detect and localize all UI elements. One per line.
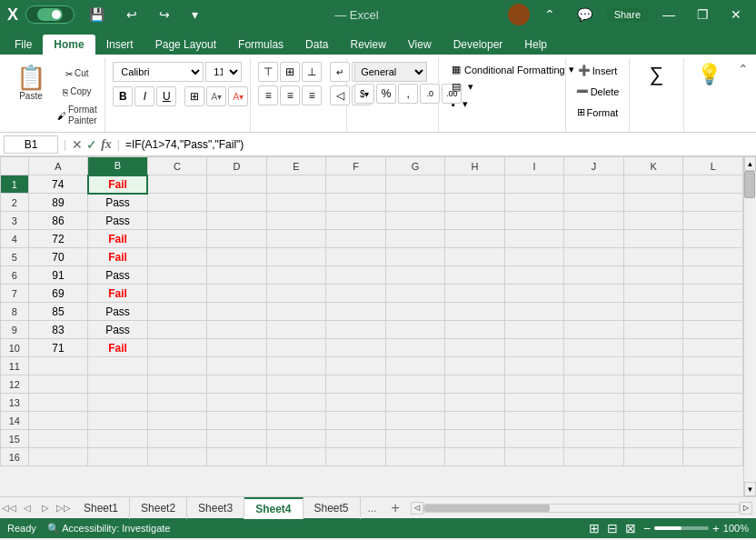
cell-G11[interactable] <box>385 357 445 375</box>
cell-L11[interactable] <box>683 357 743 375</box>
cell-G3[interactable] <box>385 212 445 230</box>
comments-button[interactable]: 💬 <box>570 4 600 25</box>
row-number-6[interactable]: 6 <box>1 266 29 285</box>
cell-K11[interactable] <box>623 357 683 375</box>
cell-J1[interactable] <box>564 175 624 194</box>
comma-button[interactable]: , <box>398 84 418 104</box>
cell-D5[interactable] <box>207 248 267 266</box>
cell-C6[interactable] <box>147 266 207 285</box>
scroll-down-button[interactable]: ▼ <box>744 482 756 496</box>
cell-B10[interactable]: Fail <box>88 339 148 357</box>
cell-H12[interactable] <box>445 375 505 394</box>
cell-J14[interactable] <box>564 412 624 430</box>
cell-J11[interactable] <box>564 357 624 375</box>
sheet-nav-last[interactable]: ▷▷ <box>55 497 73 519</box>
sheet-tabs-more[interactable]: ... <box>361 502 384 515</box>
cell-J7[interactable] <box>564 285 624 303</box>
cell-K13[interactable] <box>623 394 683 412</box>
undo-button[interactable]: ↩ <box>119 4 144 25</box>
cell-G13[interactable] <box>385 394 445 412</box>
row-number-12[interactable]: 12 <box>1 375 29 394</box>
cell-A1[interactable]: 74 <box>28 175 88 194</box>
tab-home[interactable]: Home <box>43 35 94 55</box>
cell-I15[interactable] <box>504 430 564 448</box>
col-header-K[interactable]: K <box>623 157 683 175</box>
cell-H9[interactable] <box>445 321 505 339</box>
col-header-A[interactable]: A <box>28 157 88 175</box>
cell-L3[interactable] <box>683 212 743 230</box>
cell-A2[interactable]: 89 <box>28 194 88 212</box>
cell-C10[interactable] <box>147 339 207 357</box>
row-number-15[interactable]: 15 <box>1 430 29 448</box>
col-header-F[interactable]: F <box>326 157 386 175</box>
cell-G9[interactable] <box>385 321 445 339</box>
cell-I7[interactable] <box>504 285 564 303</box>
cell-D8[interactable] <box>207 303 267 321</box>
cell-F12[interactable] <box>326 375 386 394</box>
cell-G4[interactable] <box>385 230 445 248</box>
cell-D3[interactable] <box>207 212 267 230</box>
cell-K2[interactable] <box>623 194 683 212</box>
cell-B14[interactable] <box>88 412 148 430</box>
cell-A5[interactable]: 70 <box>28 248 88 266</box>
cell-A8[interactable]: 85 <box>28 303 88 321</box>
customize-qat-button[interactable]: ▾ <box>184 4 205 25</box>
cell-B6[interactable]: Pass <box>88 266 148 285</box>
cell-I12[interactable] <box>504 375 564 394</box>
cell-F2[interactable] <box>326 194 386 212</box>
sheet-nav-next[interactable]: ▷ <box>36 497 55 519</box>
cell-A4[interactable]: 72 <box>28 230 88 248</box>
cell-D10[interactable] <box>207 339 267 357</box>
cell-L16[interactable] <box>683 448 743 466</box>
cell-J13[interactable] <box>564 394 624 412</box>
vertical-scrollbar[interactable]: ▲ ▼ <box>743 156 756 496</box>
cell-L13[interactable] <box>683 394 743 412</box>
col-header-L[interactable]: L <box>683 157 743 175</box>
cell-I3[interactable] <box>504 212 564 230</box>
underline-button[interactable]: U <box>156 86 176 106</box>
cell-L9[interactable] <box>683 321 743 339</box>
cell-H2[interactable] <box>445 194 505 212</box>
cell-A13[interactable] <box>28 394 88 412</box>
cell-L12[interactable] <box>683 375 743 394</box>
cell-C5[interactable] <box>147 248 207 266</box>
cell-E1[interactable] <box>266 175 326 194</box>
cell-E7[interactable] <box>266 285 326 303</box>
sheet-nav-first[interactable]: ◁◁ <box>0 497 18 519</box>
ribbon-display-button[interactable]: ⌃ <box>537 4 562 25</box>
col-header-J[interactable]: J <box>564 157 624 175</box>
cell-C14[interactable] <box>147 412 207 430</box>
cell-E16[interactable] <box>266 448 326 466</box>
cell-H13[interactable] <box>445 394 505 412</box>
cell-B15[interactable] <box>88 430 148 448</box>
align-center-button[interactable]: ≡ <box>280 85 300 105</box>
cell-L2[interactable] <box>683 194 743 212</box>
cell-G5[interactable] <box>385 248 445 266</box>
ideas-button[interactable]: 💡 <box>692 62 726 89</box>
cell-D12[interactable] <box>207 375 267 394</box>
cell-A7[interactable]: 69 <box>28 285 88 303</box>
cell-I8[interactable] <box>504 303 564 321</box>
cell-F11[interactable] <box>326 357 386 375</box>
cell-I2[interactable] <box>504 194 564 212</box>
share-button[interactable]: Share <box>607 7 648 22</box>
cell-H10[interactable] <box>445 339 505 357</box>
cell-E3[interactable] <box>266 212 326 230</box>
close-button[interactable]: ✕ <box>723 4 749 25</box>
row-number-11[interactable]: 11 <box>1 357 29 375</box>
copy-button[interactable]: ⎘ Copy <box>53 84 102 100</box>
cell-L15[interactable] <box>683 430 743 448</box>
currency-button[interactable]: $▾ <box>354 84 374 104</box>
cell-F8[interactable] <box>326 303 386 321</box>
cell-H15[interactable] <box>445 430 505 448</box>
cell-A10[interactable]: 71 <box>28 339 88 357</box>
tab-help[interactable]: Help <box>513 35 558 55</box>
tab-review[interactable]: Review <box>339 35 396 55</box>
tab-view[interactable]: View <box>397 35 443 55</box>
row-number-14[interactable]: 14 <box>1 412 29 430</box>
cell-C15[interactable] <box>147 430 207 448</box>
cell-G7[interactable] <box>385 285 445 303</box>
cell-K16[interactable] <box>623 448 683 466</box>
cell-A16[interactable] <box>28 448 88 466</box>
cell-J2[interactable] <box>564 194 624 212</box>
